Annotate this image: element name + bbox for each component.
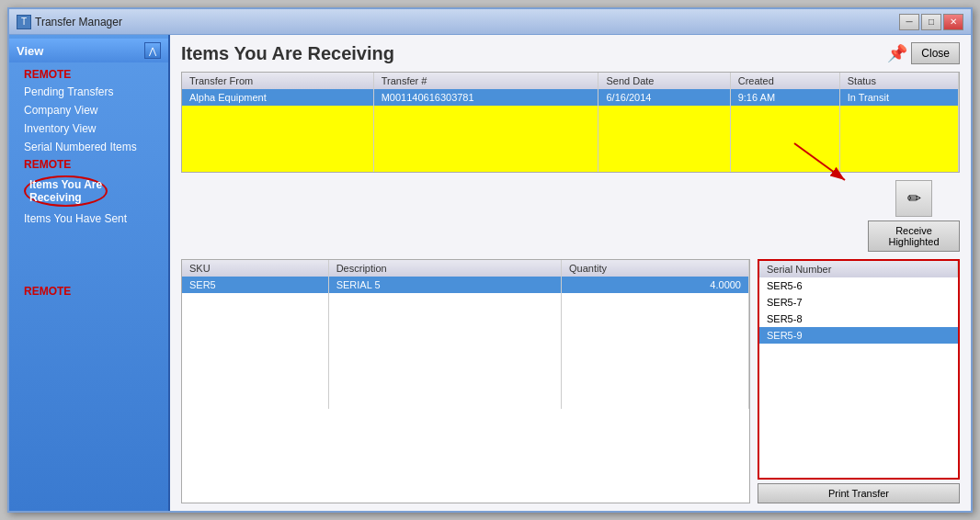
panel-title: Items You Are Receiving	[181, 43, 394, 64]
cell-transfer-num: M001140616303781	[373, 89, 598, 106]
cell-empty	[598, 122, 730, 139]
table-row[interactable]	[182, 310, 749, 326]
cell-empty	[373, 122, 598, 139]
arrow-indicator	[785, 134, 859, 192]
title-bar: T Transfer Manager ─ □ ✕	[9, 9, 971, 35]
table-row[interactable]: Alpha Equipment M001140616303781 6/16/20…	[182, 89, 959, 106]
items-receiving-label: Items You AreReceiving	[24, 175, 108, 207]
panel-header: Items You Are Receiving 📌 Close	[181, 42, 960, 64]
cell-empty	[373, 155, 598, 172]
cell-empty	[598, 139, 730, 155]
cell-empty	[730, 106, 839, 122]
cell-empty	[182, 106, 373, 122]
sidebar-item-serial-numbered-items[interactable]: Serial Numbered Items	[9, 138, 168, 156]
col-sku: SKU	[182, 260, 328, 277]
minimize-button[interactable]: ─	[899, 14, 919, 30]
col-transfer-num: Transfer #	[373, 73, 598, 89]
sidebar-item-pending-transfers[interactable]: Pending Transfers	[9, 83, 168, 101]
title-bar-left: T Transfer Manager	[17, 15, 122, 29]
table-row[interactable]	[182, 343, 749, 359]
main-window: T Transfer Manager ─ □ ✕ View ⋀ REMOTE P…	[7, 7, 973, 513]
sidebar: View ⋀ REMOTE Pending Transfers Company …	[9, 35, 170, 511]
table-row[interactable]: SER5-8	[759, 311, 958, 327]
col-serial-number: Serial Number	[759, 261, 958, 277]
cell-sku: SER5	[182, 277, 328, 293]
sidebar-item-inventory-view[interactable]: Inventory View	[9, 119, 168, 138]
remote-label-1: REMOTE	[17, 64, 78, 85]
cell-description: SERIAL 5	[328, 277, 561, 293]
receive-highlighted-area: ✏ Receive Highlighted	[868, 180, 960, 252]
table-row[interactable]: SER5-6	[759, 277, 958, 294]
sidebar-collapse-button[interactable]: ⋀	[144, 42, 161, 59]
table-row[interactable]	[759, 344, 958, 360]
table-row[interactable]: SER5-7	[759, 294, 958, 311]
table-row[interactable]	[182, 106, 959, 122]
main-content: View ⋀ REMOTE Pending Transfers Company …	[9, 35, 971, 511]
col-status: Status	[839, 73, 958, 89]
maximize-button[interactable]: □	[921, 14, 941, 30]
serial-panel: Serial Number SER5-6 SER5-7	[758, 259, 960, 503]
sidebar-header-label: View	[17, 44, 43, 58]
table-row[interactable]	[182, 359, 749, 376]
table-row[interactable]	[182, 376, 749, 392]
close-icon: 📌	[887, 43, 907, 63]
cell-empty	[182, 155, 373, 172]
col-send-date: Send Date	[598, 73, 730, 89]
cell-created: 9:16 AM	[730, 89, 839, 106]
cell-serial: SER5-9	[759, 327, 958, 344]
cell-empty	[373, 139, 598, 155]
receive-highlighted-button[interactable]: Receive Highlighted	[868, 220, 960, 252]
cell-empty	[373, 106, 598, 122]
table-row[interactable]: SER5-9	[759, 327, 958, 344]
items-table: SKU Description Quantity SER5 SERIAL 5 4…	[182, 260, 749, 409]
right-panel: Items You Are Receiving 📌 Close Transfer…	[170, 35, 971, 511]
cell-serial: SER5-8	[759, 311, 958, 327]
cell-empty	[839, 106, 958, 122]
serial-table: Serial Number SER5-6 SER5-7	[759, 261, 958, 410]
cell-empty	[182, 122, 373, 139]
window-title: Transfer Manager	[35, 16, 122, 28]
col-quantity: Quantity	[562, 260, 749, 277]
col-created: Created	[730, 73, 839, 89]
table-row[interactable]	[759, 377, 958, 393]
cell-empty	[598, 106, 730, 122]
close-button[interactable]: Close	[911, 42, 960, 64]
sidebar-item-company-view[interactable]: Company View	[9, 101, 168, 119]
table-row[interactable]	[759, 393, 958, 410]
table-row[interactable]: SER5 SERIAL 5 4.0000	[182, 277, 749, 293]
cell-send-date: 6/16/2014	[598, 89, 730, 106]
table-row[interactable]	[182, 293, 749, 310]
cell-empty	[598, 155, 730, 172]
col-description: Description	[328, 260, 561, 277]
table-row[interactable]	[182, 326, 749, 343]
cell-empty	[182, 139, 373, 155]
receive-icon: ✏	[895, 180, 932, 217]
sidebar-item-items-sent[interactable]: Items You Have Sent	[9, 209, 168, 228]
col-transfer-from: Transfer From	[182, 73, 373, 89]
bottom-section: SKU Description Quantity SER5 SERIAL 5 4…	[181, 259, 960, 503]
cell-status: In Transit	[839, 89, 958, 106]
print-transfer-button[interactable]: Print Transfer	[758, 483, 960, 503]
app-icon: T	[17, 15, 31, 29]
sidebar-header: View ⋀	[9, 39, 168, 62]
serial-table-container: Serial Number SER5-6 SER5-7	[758, 259, 960, 480]
cell-quantity: 4.0000	[562, 277, 749, 293]
cell-transfer-from: Alpha Equipment	[182, 89, 373, 106]
sidebar-item-items-receiving[interactable]: Items You AreReceiving	[9, 173, 168, 209]
svg-line-1	[794, 143, 845, 180]
items-table-container: SKU Description Quantity SER5 SERIAL 5 4…	[181, 259, 750, 503]
window-close-button[interactable]: ✕	[943, 14, 963, 30]
table-row[interactable]	[759, 360, 958, 377]
table-row[interactable]	[182, 392, 749, 409]
remote-label-3: REMOTE	[17, 281, 78, 301]
cell-serial: SER5-6	[759, 277, 958, 294]
title-buttons: ─ □ ✕	[899, 14, 963, 30]
cell-serial: SER5-7	[759, 294, 958, 311]
remote-label-2: REMOTE	[17, 154, 78, 175]
